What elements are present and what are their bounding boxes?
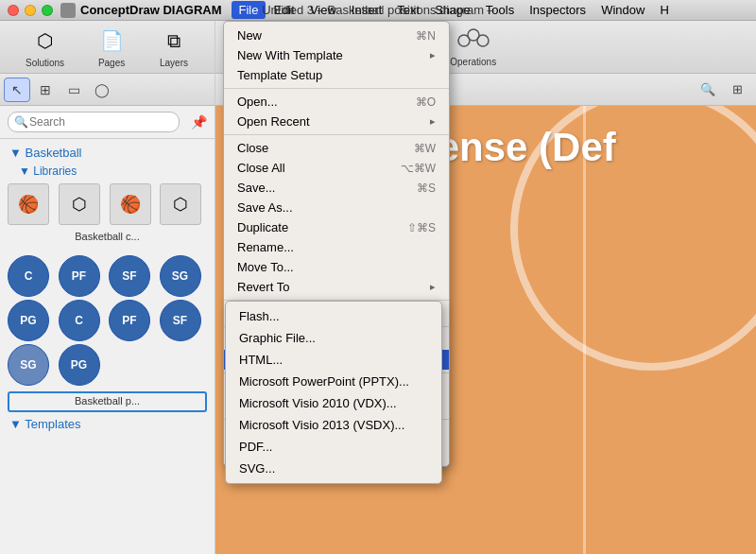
player-pf2[interactable]: PF bbox=[109, 300, 150, 341]
thumbnail-label-2: Basketball p... bbox=[8, 391, 207, 412]
layers-icon: ⧉ bbox=[159, 26, 189, 56]
maximize-button[interactable] bbox=[42, 5, 53, 16]
menu-inspectors[interactable]: Inspectors bbox=[522, 1, 593, 19]
thumb-2[interactable]: ⬡ bbox=[59, 183, 100, 225]
menu-save[interactable]: Save... ⌘S bbox=[224, 178, 449, 198]
circle-tool[interactable]: ◯ bbox=[89, 78, 115, 102]
search-right-icon[interactable]: ⊞ bbox=[724, 78, 750, 102]
menu-open[interactable]: Open... ⌘O bbox=[224, 92, 449, 112]
thumb-3[interactable]: 🏀 bbox=[110, 183, 151, 225]
sidebar-pages[interactable]: 📄 Pages bbox=[89, 22, 134, 72]
sep-1 bbox=[224, 88, 449, 89]
basketball-section[interactable]: ▼ Basketball bbox=[0, 143, 215, 163]
app-name: ConceptDraw DIAGRAM bbox=[53, 3, 222, 18]
court-line bbox=[583, 106, 586, 554]
templates-section[interactable]: ▼ Templates bbox=[0, 414, 215, 434]
menu-window[interactable]: Window bbox=[593, 1, 652, 19]
export-html[interactable]: HTML... bbox=[226, 349, 441, 371]
export-pdf[interactable]: PDF... bbox=[226, 436, 441, 458]
player-sg[interactable]: SG bbox=[160, 255, 201, 297]
pages-icon: 📄 bbox=[96, 26, 127, 56]
player-sg2[interactable]: SG bbox=[8, 344, 49, 386]
window-title: Untitled 3 – Basketball positions diagra… bbox=[262, 3, 494, 17]
rect-tool[interactable]: ▭ bbox=[60, 78, 87, 102]
select-tool[interactable]: ⊞ bbox=[32, 78, 59, 102]
app-name-label: ConceptDraw DIAGRAM bbox=[80, 3, 222, 17]
solutions-icon: ⬡ bbox=[30, 26, 60, 56]
export-graphic-file[interactable]: Graphic File... bbox=[226, 327, 441, 349]
menu-save-as[interactable]: Save As... bbox=[224, 198, 449, 217]
thumb-4[interactable]: ⬡ bbox=[160, 183, 201, 225]
export-vsdx[interactable]: Microsoft Visio 2013 (VSDX)... bbox=[226, 414, 441, 436]
sidebar-layers[interactable]: ⧉ Layers bbox=[151, 22, 197, 72]
export-vdx[interactable]: Microsoft Visio 2010 (VDX)... bbox=[226, 392, 441, 414]
player-pg[interactable]: PG bbox=[8, 300, 49, 341]
export-submenu[interactable]: Flash... Graphic File... HTML... Microso… bbox=[225, 301, 442, 484]
menu-new[interactable]: New ⌘N bbox=[224, 26, 449, 45]
player-pf[interactable]: PF bbox=[59, 255, 100, 297]
close-button[interactable] bbox=[8, 5, 19, 16]
player-c[interactable]: C bbox=[8, 255, 49, 297]
thumbnail-grid-2: C PF SF SG PG C PF SF SG PG bbox=[0, 251, 215, 390]
solutions-label: Solutions bbox=[26, 58, 64, 68]
thumbnail-label-1: Basketball c... bbox=[0, 229, 215, 246]
player-pg2[interactable]: PG bbox=[59, 344, 100, 386]
drawing-toolbar: ↖ ⊞ ▭ ◯ bbox=[0, 74, 215, 106]
menu-file[interactable]: File bbox=[232, 1, 266, 19]
pin-icon[interactable]: 📌 bbox=[191, 114, 207, 130]
search-area: 🔍 📌 bbox=[0, 106, 215, 139]
menu-duplicate[interactable]: Duplicate ⇧⌘S bbox=[224, 217, 449, 237]
zoom-icon[interactable]: 🔍 bbox=[695, 78, 721, 102]
search-input[interactable] bbox=[8, 112, 180, 132]
player-c2[interactable]: C bbox=[59, 300, 100, 341]
menu-template-setup[interactable]: Template Setup bbox=[224, 65, 449, 85]
right-tools-right: 🔍 ⊞ bbox=[695, 78, 750, 102]
svg-point-18 bbox=[468, 29, 479, 41]
pages-label: Pages bbox=[98, 58, 125, 68]
libraries-section[interactable]: ▼ Libraries bbox=[0, 163, 215, 180]
menu-revert-to[interactable]: Revert To ▸ bbox=[224, 277, 449, 297]
thumbnail-grid-1: 🏀 ⬡ 🏀 ⬡ bbox=[0, 180, 215, 229]
sidebar-solutions[interactable]: ⬡ Solutions bbox=[18, 22, 72, 72]
menu-rename[interactable]: Rename... bbox=[224, 237, 449, 257]
operations-tool[interactable]: Operations bbox=[442, 23, 504, 71]
menu-help[interactable]: H bbox=[652, 1, 676, 19]
player-sf[interactable]: SF bbox=[109, 255, 150, 297]
titlebar: ConceptDraw DIAGRAM File Edit View Inser… bbox=[0, 0, 756, 21]
player-sf2[interactable]: SF bbox=[160, 300, 201, 341]
export-flash[interactable]: Flash... bbox=[226, 305, 441, 327]
operations-label: Operations bbox=[450, 57, 496, 67]
cursor-tool[interactable]: ↖ bbox=[4, 78, 30, 102]
menu-open-recent[interactable]: Open Recent ▸ bbox=[224, 112, 449, 131]
sidebar-content: ▼ Basketball ▼ Libraries 🏀 ⬡ 🏀 ⬡ Basketb… bbox=[0, 139, 215, 554]
app-icon bbox=[60, 3, 76, 18]
export-svg[interactable]: SVG... bbox=[226, 458, 441, 479]
minimize-button[interactable] bbox=[25, 5, 36, 16]
sep-2 bbox=[224, 134, 449, 135]
menu-close[interactable]: Close ⌘W bbox=[224, 138, 449, 158]
traffic-lights bbox=[0, 5, 53, 16]
search-row: 🔍 bbox=[8, 112, 186, 132]
menu-close-all[interactable]: Close All ⌥⌘W bbox=[224, 158, 449, 178]
sidebar: ⬡ Solutions 📄 Pages ⧉ Layers ↖ ⊞ ▭ ◯ 🔍 bbox=[0, 21, 215, 554]
operations-icon bbox=[456, 26, 490, 55]
layers-label: Layers bbox=[160, 58, 188, 68]
sidebar-toolbar: ⬡ Solutions 📄 Pages ⧉ Layers bbox=[0, 21, 215, 74]
export-pptx[interactable]: Microsoft PowerPoint (PPTX)... bbox=[226, 371, 441, 392]
menu-move-to[interactable]: Move To... bbox=[224, 257, 449, 277]
menu-new-with-template[interactable]: New With Template ▸ bbox=[224, 45, 449, 65]
thumb-1[interactable]: 🏀 bbox=[8, 183, 49, 225]
